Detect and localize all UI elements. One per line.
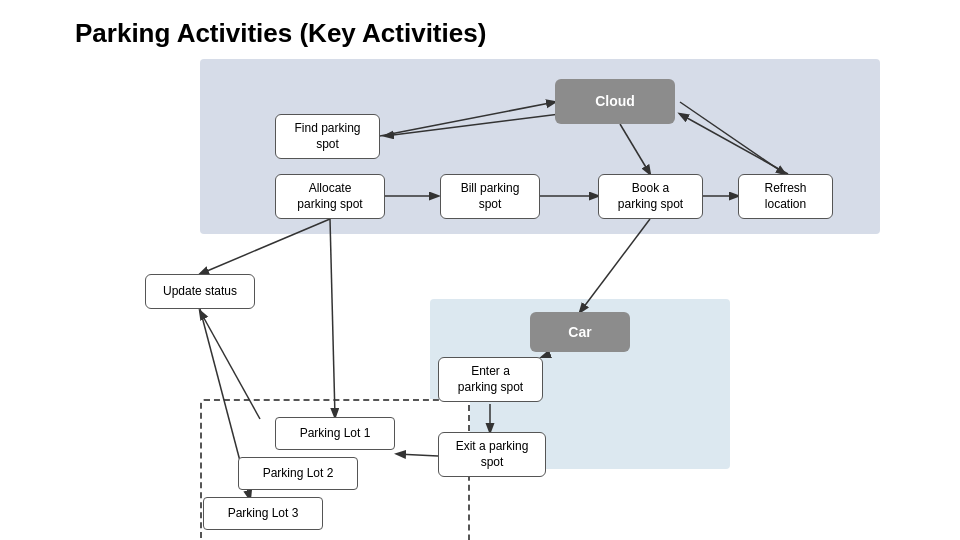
parking-lot-3-node: Parking Lot 3 [203, 497, 323, 530]
svg-line-8 [200, 219, 330, 274]
find-parking-node: Find parkingspot [275, 114, 380, 159]
svg-line-2 [620, 124, 650, 174]
enter-node: Enter aparking spot [438, 357, 543, 402]
svg-line-9 [330, 219, 335, 417]
update-status-node: Update status [145, 274, 255, 309]
parking-lot-2-node: Parking Lot 2 [238, 457, 358, 490]
diagram-container: Cloud Find parkingspot Allocateparking s… [120, 59, 960, 489]
page-title: Parking Activities (Key Activities) [0, 0, 960, 59]
exit-node: Exit a parkingspot [438, 432, 546, 477]
svg-line-11 [580, 219, 650, 312]
cloud-node: Cloud [555, 79, 675, 124]
allocate-node: Allocateparking spot [275, 174, 385, 219]
svg-line-12 [542, 354, 550, 357]
svg-line-15 [200, 311, 260, 419]
parking-lot-1-node: Parking Lot 1 [275, 417, 395, 450]
refresh-node: Refreshlocation [738, 174, 833, 219]
svg-line-0 [380, 102, 555, 136]
bill-node: Bill parkingspot [440, 174, 540, 219]
book-node: Book aparking spot [598, 174, 703, 219]
car-node: Car [530, 312, 630, 352]
svg-line-7 [680, 114, 788, 174]
svg-line-14 [397, 454, 438, 456]
